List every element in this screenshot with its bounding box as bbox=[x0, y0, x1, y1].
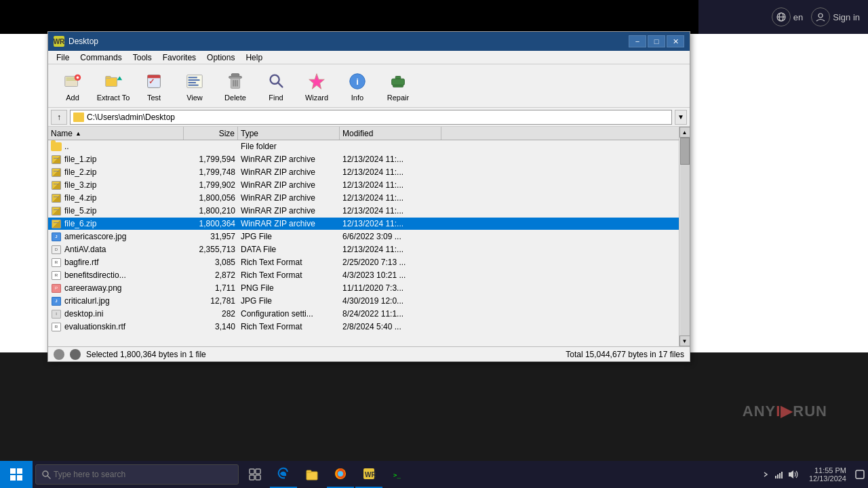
cell-type: WinRAR ZIP archive bbox=[238, 205, 340, 217]
taskbar-right: 11:55 PM 12/13/2024 bbox=[757, 461, 868, 488]
col-header-name[interactable]: Name ▲ bbox=[48, 127, 184, 140]
file-row[interactable]: R bagfire.rtf 3,085 Rich Text Format 2/2… bbox=[48, 256, 679, 269]
file-row[interactable]: file_2.zip 1,799,748 WinRAR ZIP archive … bbox=[48, 166, 679, 179]
file-row[interactable]: J americascore.jpg 31,957 JPG File 6/6/2… bbox=[48, 230, 679, 243]
firefox-button[interactable] bbox=[327, 461, 354, 488]
find-button[interactable]: Find bbox=[257, 67, 295, 105]
cell-modified: 12/13/2024 11:... bbox=[340, 166, 441, 178]
svg-rect-35 bbox=[10, 468, 16, 474]
cell-name: J criticalurl.jpg bbox=[48, 295, 184, 307]
cell-size: 1,800,056 bbox=[184, 192, 238, 204]
file-row[interactable]: D AntiAV.data 2,355,713 DATA File 12/13/… bbox=[48, 243, 679, 256]
info-button[interactable]: i Info bbox=[338, 67, 376, 105]
cell-size: 1,799,748 bbox=[184, 166, 238, 178]
address-dropdown-button[interactable]: ▼ bbox=[675, 110, 687, 125]
scroll-thumb[interactable] bbox=[680, 138, 690, 165]
test-icon: ✓ bbox=[143, 70, 165, 92]
window-controls: − □ ✕ bbox=[629, 35, 684, 47]
cell-size: 3,140 bbox=[184, 321, 238, 333]
start-button[interactable] bbox=[0, 461, 33, 488]
anyrun-logo: ANYI▶RUN bbox=[743, 403, 827, 420]
tray-chevron[interactable] bbox=[760, 469, 771, 480]
network-icon[interactable] bbox=[774, 469, 785, 480]
file-row[interactable]: file_1.zip 1,799,594 WinRAR ZIP archive … bbox=[48, 153, 679, 166]
file-row[interactable]: file_6.zip 1,800,364 WinRAR ZIP archive … bbox=[48, 218, 679, 230]
task-view-button[interactable] bbox=[241, 461, 269, 488]
file-row[interactable]: file_3.zip 1,799,902 WinRAR ZIP archive … bbox=[48, 179, 679, 192]
cell-modified: 2/25/2020 7:13 ... bbox=[340, 256, 441, 268]
svg-line-28 bbox=[278, 82, 283, 87]
menu-options[interactable]: Options bbox=[201, 52, 240, 64]
menu-file[interactable]: File bbox=[51, 52, 75, 64]
file-row[interactable]: J criticalurl.jpg 12,781 JPG File 4/30/2… bbox=[48, 295, 679, 308]
cell-name: file_2.zip bbox=[48, 166, 184, 178]
notification-button[interactable] bbox=[854, 469, 865, 480]
signin-button[interactable]: Sign in bbox=[811, 7, 860, 26]
menu-tools[interactable]: Tools bbox=[127, 52, 157, 64]
file-icon: J bbox=[51, 232, 62, 241]
cell-modified: 12/13/2024 11:... bbox=[340, 192, 441, 204]
col-header-type[interactable]: Type bbox=[238, 127, 340, 140]
cell-name: R evaluationskin.rtf bbox=[48, 321, 184, 333]
file-row[interactable]: R benefitsdirectio... 2,872 Rich Text Fo… bbox=[48, 269, 679, 282]
globe-icon bbox=[772, 7, 791, 26]
scroll-track[interactable] bbox=[680, 138, 690, 336]
taskbar-clock[interactable]: 11:55 PM 12/13/2024 bbox=[804, 466, 852, 483]
cell-size: 12,781 bbox=[184, 295, 238, 307]
svg-rect-53 bbox=[775, 476, 776, 479]
scroll-down-button[interactable]: ▼ bbox=[679, 336, 690, 346]
file-name: criticalurl.jpg bbox=[64, 296, 110, 306]
winrar-taskbar-button[interactable]: WR bbox=[355, 461, 382, 488]
col-header-size[interactable]: Size bbox=[184, 127, 238, 140]
edge-button[interactable] bbox=[270, 461, 297, 488]
file-row[interactable]: file_4.zip 1,800,056 WinRAR ZIP archive … bbox=[48, 192, 679, 205]
extract-to-button[interactable]: Extract To bbox=[94, 67, 132, 105]
delete-button[interactable]: Delete bbox=[216, 67, 254, 105]
repair-button[interactable]: Repair bbox=[379, 67, 417, 105]
view-button[interactable]: View bbox=[176, 67, 214, 105]
svg-rect-44 bbox=[256, 475, 260, 480]
svg-rect-20 bbox=[189, 84, 199, 85]
add-button[interactable]: Add bbox=[54, 67, 92, 105]
svg-point-48 bbox=[338, 471, 343, 476]
col-header-modified[interactable]: Modified bbox=[340, 127, 441, 140]
menu-help[interactable]: Help bbox=[240, 52, 268, 64]
file-row[interactable]: R evaluationskin.rtf 3,140 Rich Text For… bbox=[48, 321, 679, 333]
file-row[interactable]: file_5.zip 1,800,210 WinRAR ZIP archive … bbox=[48, 205, 679, 218]
rtf-icon: R bbox=[52, 258, 61, 267]
view-icon bbox=[184, 70, 205, 92]
language-selector[interactable]: en bbox=[772, 7, 803, 26]
cell-name: file_3.zip bbox=[48, 179, 184, 191]
file-name: bagfire.rtf bbox=[64, 258, 99, 267]
info-label: Info bbox=[351, 94, 363, 102]
cell-modified: 12/13/2024 11:... bbox=[340, 205, 441, 217]
navigate-up-button[interactable]: ↑ bbox=[51, 110, 67, 125]
zip-icon bbox=[52, 220, 61, 228]
search-input[interactable] bbox=[54, 470, 216, 479]
minimize-button[interactable]: − bbox=[629, 35, 646, 47]
extract-to-icon bbox=[102, 70, 124, 92]
close-button[interactable]: ✕ bbox=[667, 35, 684, 47]
file-row[interactable]: P careeraway.png 1,711 PNG File 11/11/20… bbox=[48, 282, 679, 295]
svg-rect-11 bbox=[106, 76, 111, 78]
maximize-button[interactable]: □ bbox=[648, 35, 665, 47]
find-icon bbox=[265, 70, 287, 92]
svg-rect-54 bbox=[777, 474, 778, 479]
volume-icon[interactable] bbox=[787, 469, 798, 480]
file-explorer-button[interactable] bbox=[298, 461, 326, 488]
file-row[interactable]: I desktop.ini 282 Configuration setti...… bbox=[48, 308, 679, 321]
svg-rect-45 bbox=[307, 472, 317, 480]
address-text: C:\Users\admin\Desktop bbox=[87, 113, 175, 122]
column-headers: Name ▲ Size Type Modified bbox=[48, 127, 679, 140]
vertical-scrollbar[interactable]: ▲ ▼ bbox=[679, 127, 690, 346]
file-row[interactable]: .. File folder bbox=[48, 140, 679, 153]
cell-size: 31,957 bbox=[184, 230, 238, 243]
menu-commands[interactable]: Commands bbox=[75, 52, 127, 64]
menu-favorites[interactable]: Favorites bbox=[157, 52, 201, 64]
test-button[interactable]: ✓ Test bbox=[135, 67, 173, 105]
terminal-button[interactable]: >_ bbox=[384, 461, 411, 488]
scroll-up-button[interactable]: ▲ bbox=[679, 127, 690, 138]
wizard-button[interactable]: Wizard bbox=[298, 67, 336, 105]
taskbar-search[interactable] bbox=[35, 464, 239, 485]
file-name: file_4.zip bbox=[64, 193, 96, 203]
